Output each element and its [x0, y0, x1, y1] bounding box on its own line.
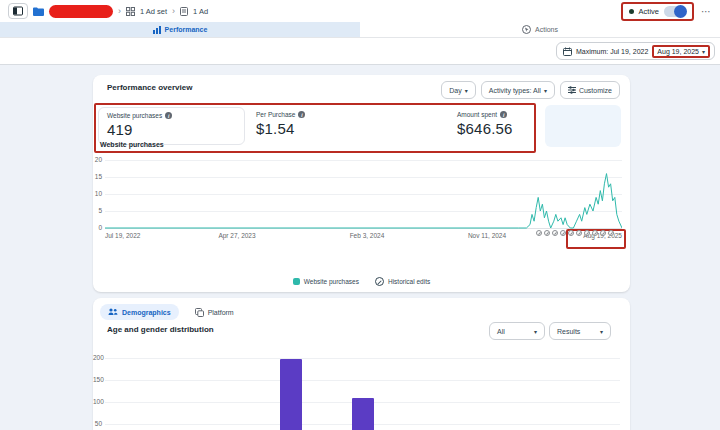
chevron-down-icon: ▾ — [534, 328, 537, 335]
gender-filter-dropdown[interactable]: All ▾ — [489, 322, 545, 340]
historical-edit-marker-icon[interactable] — [536, 230, 542, 236]
breadcrumb-ad-set[interactable]: 1 Ad set — [140, 7, 167, 16]
breadcrumb-separator-icon: › — [172, 7, 175, 16]
y-tick-label: 20 — [93, 156, 102, 163]
bar[interactable] — [280, 359, 302, 430]
sliders-icon — [568, 86, 576, 94]
y-tick-label: 150 — [93, 376, 102, 383]
historical-edit-marker-icon[interactable] — [576, 230, 582, 236]
metric-value: $646.56 — [457, 120, 513, 137]
date-end-annotation: Aug 19, 2025 ▾ — [652, 45, 710, 58]
activity-types-label: Activity types: All — [489, 87, 541, 94]
tab-actions[interactable]: Actions — [360, 22, 720, 37]
activity-types-dropdown[interactable]: Activity types: All ▾ — [481, 81, 555, 99]
historical-edit-marker-icon[interactable] — [568, 230, 574, 236]
historical-edit-marker-icon[interactable] — [592, 230, 598, 236]
chart-controls: Day ▾ Activity types: All ▾ Customize — [441, 81, 620, 99]
legend-label: Historical edits — [388, 278, 430, 285]
y-tick-label: 15 — [93, 173, 102, 180]
y-tick-label: 200 — [93, 354, 102, 361]
historical-edit-markers[interactable] — [536, 230, 614, 236]
gridline — [105, 358, 620, 359]
historical-edit-marker-icon[interactable] — [560, 230, 566, 236]
y-tick-label: 0 — [93, 224, 102, 231]
metric-value: 419 — [107, 121, 236, 138]
content-area: Performance overview Day ▾ Activity type… — [0, 65, 720, 430]
gridline — [105, 380, 620, 381]
ads-manager-screen: › 1 Ad set › 1 Ad Active ⋯ Performance A… — [0, 0, 720, 430]
active-toggle[interactable] — [664, 6, 686, 17]
purchases-line-chart[interactable] — [105, 160, 622, 229]
tab-platform[interactable]: Platform — [187, 304, 242, 320]
platform-icon — [195, 308, 204, 317]
info-icon[interactable]: i — [165, 112, 172, 119]
metric-amount-spent[interactable]: Amount spenti $646.56 — [457, 107, 513, 141]
metric-label: Per Purchase — [256, 111, 295, 118]
line-chart-title: Website purchases — [100, 141, 164, 148]
chart-legend: Website purchases Historical edits — [93, 277, 630, 286]
gender-filter-value: All — [497, 328, 505, 335]
bar[interactable] — [352, 398, 374, 430]
calendar-icon — [563, 47, 572, 56]
folder-icon — [33, 7, 44, 16]
toggle-knob — [674, 5, 687, 18]
legend-label: Website purchases — [304, 278, 359, 285]
performance-overview-card: Performance overview Day ▾ Activity type… — [93, 75, 630, 292]
ad-set-icon — [126, 7, 135, 16]
age-gender-title: Age and gender distribution — [107, 325, 214, 334]
metric-label: Website purchases — [107, 112, 162, 119]
metric-website-purchases[interactable]: Website purchasesi 419 — [98, 107, 245, 145]
day-dropdown[interactable]: Day ▾ — [441, 81, 475, 99]
y-tick-label: 100 — [93, 398, 102, 405]
people-icon — [108, 308, 118, 316]
metric-filter-dropdown[interactable]: Results ▾ — [549, 322, 611, 340]
info-icon[interactable]: i — [500, 111, 507, 118]
chevron-down-icon: ▾ — [544, 87, 547, 94]
legend-historical-edits: Historical edits — [375, 277, 430, 286]
date-filter-bar: Maximum: Jul 19, 2022 Aug 19, 2025 ▾ — [0, 38, 720, 65]
info-icon[interactable]: i — [298, 111, 305, 118]
date-end-value: Aug 19, 2025 — [657, 48, 699, 55]
historical-edit-marker-icon[interactable] — [544, 230, 550, 236]
tab-demographics-label: Demographics — [122, 309, 171, 316]
ad-icon — [180, 7, 188, 16]
historical-edit-marker-icon[interactable] — [600, 230, 606, 236]
tab-demographics[interactable]: Demographics — [100, 304, 179, 320]
chevron-down-icon: ▾ — [465, 87, 468, 94]
empty-metric-slot — [545, 105, 621, 147]
date-range-prefix: Maximum: Jul 19, 2022 — [576, 48, 648, 55]
breadcrumb-separator-icon: › — [118, 7, 121, 16]
metric-label: Amount spent — [457, 111, 497, 118]
day-dropdown-label: Day — [449, 87, 461, 94]
tab-platform-label: Platform — [208, 309, 234, 316]
top-bar: › 1 Ad set › 1 Ad Active ⋯ — [0, 0, 720, 22]
y-tick-label: 5 — [93, 207, 102, 214]
x-tick-label: Apr 27, 2023 — [207, 232, 267, 239]
status-label: Active — [639, 7, 659, 16]
active-status-annotation: Active — [621, 2, 694, 21]
customize-label: Customize — [579, 87, 612, 94]
sidebar-toggle-button[interactable] — [8, 3, 28, 19]
historical-edit-marker-icon[interactable] — [608, 230, 614, 236]
view-tabs: Performance Actions — [0, 22, 720, 38]
metric-per-purchase[interactable]: Per Purchasei $1.54 — [256, 107, 305, 141]
legend-website-purchases: Website purchases — [293, 278, 359, 285]
date-range-selector[interactable]: Maximum: Jul 19, 2022 Aug 19, 2025 ▾ — [556, 42, 715, 60]
bar-chart-icon — [153, 26, 161, 34]
actions-cursor-icon — [522, 25, 531, 34]
breadcrumb: › 1 Ad set › 1 Ad — [8, 3, 208, 19]
teal-swatch-icon — [293, 278, 300, 285]
customize-button[interactable]: Customize — [560, 81, 620, 99]
x-tick-label: Nov 11, 2024 — [457, 232, 517, 239]
campaign-name-redacted[interactable] — [49, 5, 113, 18]
tab-performance-label: Performance — [165, 26, 208, 33]
x-tick-label: Jul 19, 2022 — [105, 232, 140, 239]
metric-filter-value: Results — [557, 328, 580, 335]
tab-actions-label: Actions — [535, 26, 558, 33]
tab-performance[interactable]: Performance — [0, 22, 360, 37]
breadcrumb-ad[interactable]: 1 Ad — [193, 7, 208, 16]
historical-edit-marker-icon[interactable] — [552, 230, 558, 236]
historical-edit-marker-icon[interactable] — [584, 230, 590, 236]
more-options-icon[interactable]: ⋯ — [701, 6, 712, 17]
pencil-circle-icon — [375, 277, 384, 286]
